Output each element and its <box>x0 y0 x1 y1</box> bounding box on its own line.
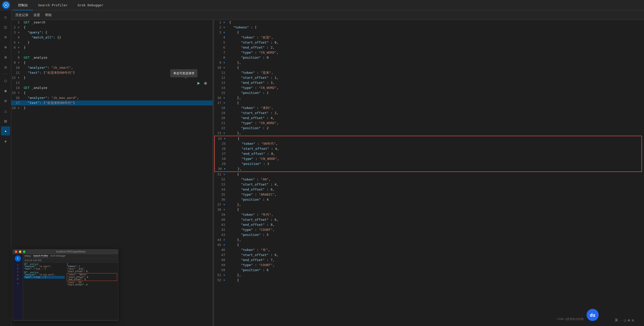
right-output-panel[interactable]: .red-block { border: 2px solid #e74c3c; … <box>214 20 644 326</box>
rline-6: 6 "end_offset" : 2, <box>214 45 644 50</box>
dev-tools-icon[interactable]: ✦ <box>1 126 10 135</box>
code-line-14: 14 GET _analyze <box>11 85 213 90</box>
code-line-13: 13 <box>11 80 213 85</box>
rline-12: 12 "start_offset" : 1, <box>214 75 644 80</box>
list2-icon[interactable]: ⊟ <box>632 318 634 322</box>
user-icon[interactable]: ◯ <box>1 76 10 85</box>
analytics-icon[interactable]: ◫ <box>1 22 10 31</box>
line-content-13 <box>23 80 213 85</box>
rline-34: 34 "end_offset" : 6, <box>214 187 644 192</box>
cluster-icon[interactable]: ◉ <box>1 86 10 95</box>
rline-33: 33 "start_offset" : 4, <box>214 182 644 187</box>
line-content-9: { <box>23 60 213 65</box>
code-line-9: 9 ▾ { <box>11 60 213 65</box>
code-line-7: 7 <box>11 50 213 55</box>
line-num-10: 10 <box>11 65 23 70</box>
line-content-16: "analyzer": "ik_max_word", <box>23 95 213 100</box>
line-num-7: 7 <box>11 50 23 55</box>
rline-27: 27 "end_offset" : 8, <box>215 151 641 156</box>
rline-21: 21 "type" : "CN_WORD", <box>214 121 644 126</box>
rline-14: 14 "type" : "CN_WORD", <box>214 85 644 90</box>
line-num-1: 1 <box>11 20 23 25</box>
red-border-section: 24 ▾ { 25 "token" : "90年代", 26 "start_of… <box>214 136 642 172</box>
line-content-2: { <box>23 25 213 30</box>
line-content-17: "text": ["欢迎来到90年代"] <box>23 100 213 105</box>
rline-29: 29 "position" : 3 <box>215 161 641 166</box>
rline-39: 39 "token" : "年代", <box>214 212 644 217</box>
top-bar: 控制台 Search Profiler Grok Debugger <box>0 0 644 10</box>
rline-11: 11 "token" : "迎来", <box>214 70 644 75</box>
action-buttons <box>195 80 209 86</box>
tab-grok-debugger[interactable]: Grok Debugger <box>73 0 108 10</box>
rline-41: 41 "end_offset" : 8, <box>214 222 644 227</box>
rline-36: 36 "position" : 4 <box>214 197 644 202</box>
grid-icon[interactable]: ⊞ <box>1 53 10 62</box>
rline-42: 42 "type" : "COUNT", <box>214 227 644 232</box>
rline-5: 5 "start_offset" : 0, <box>214 40 644 45</box>
apm-icon[interactable]: ◈ <box>1 136 10 146</box>
rline-15: 15 "position" : 1 <box>214 90 644 95</box>
tab-search-profiler[interactable]: Search Profiler <box>33 0 73 10</box>
rline-22: 22 "position" : 2 <box>214 126 644 131</box>
bottom-icons: 英 · □ ⊞ ⊟ <box>615 318 634 322</box>
rline-48: 48 "end_offset" : 7, <box>214 258 644 263</box>
code-line-4: 4 "match_all": {} <box>11 35 213 40</box>
rline-51: 51 ▾ }, <box>214 273 644 278</box>
svg-point-2 <box>205 83 206 84</box>
rline-19: 19 "start_offset" : 2, <box>214 111 644 116</box>
list-icon[interactable]: ⊟ <box>1 63 10 72</box>
line-content-4: "match_all": {} <box>23 35 213 40</box>
home-icon[interactable]: ⌂ <box>1 12 10 21</box>
watermark: CSDN @是墨欲动的猫 <box>557 317 584 321</box>
line-num-4: 4 <box>11 35 23 40</box>
thumbnail-preview: localhost:5601/app/kibana K ⌂ ◫ ≡ ⊕ ⊞ ✦ … <box>13 249 118 321</box>
baidu-logo: du <box>587 309 599 321</box>
rline-1: 1 ▾ { <box>214 20 644 25</box>
grid2-icon[interactable]: ⊞ <box>628 318 630 322</box>
run-button[interactable] <box>195 80 201 86</box>
line-num-9: 9 ▾ <box>11 60 23 65</box>
rline-23: 23 ▾ }, <box>214 131 644 136</box>
rline-37: 37 ▾ }, <box>214 202 644 207</box>
sidebar: ⌂ ◫ ≡ ⊕ ⊞ ⊟ ◯ ◉ ⚙ △ ▤ ✦ ◈ <box>0 10 11 326</box>
rline-47: 47 "start_offset" : 6, <box>214 252 644 258</box>
rline-10: 10 ▾ { <box>214 65 644 70</box>
settings-icon[interactable]: ⚙ <box>1 96 10 105</box>
tooltip: 单击可发送请求 <box>170 69 197 77</box>
subnav-settings[interactable]: 设置 <box>33 10 40 20</box>
code-line-3: 3 ▾ "query": { <box>11 30 213 35</box>
rline-43: 43 "position" : 5 <box>214 232 644 237</box>
rline-13: 13 "end_offset" : 3, <box>214 80 644 85</box>
rline-44: 44 ▾ }, <box>214 237 644 242</box>
line-num-6: 6 ▾ <box>11 45 23 50</box>
line-num-15: 15 ▾ <box>11 90 23 95</box>
line-num-14: 14 <box>11 85 23 90</box>
plus-icon[interactable]: ⊕ <box>1 43 10 52</box>
rline-20: 20 "end_offset" : 4, <box>214 116 644 121</box>
rline-38: 38 ▾ { <box>214 207 644 212</box>
window-icon[interactable]: □ <box>624 318 626 322</box>
line-content-14: GET _analyze <box>23 85 213 90</box>
alert-icon[interactable]: △ <box>1 106 10 115</box>
rline-28: 28 "type" : "CN_WORD", <box>215 156 641 161</box>
lang-icon[interactable]: 英 <box>615 318 618 322</box>
sidebar-divider <box>2 74 9 74</box>
rline-24: 24 ▾ { <box>215 136 641 141</box>
line-num-2: 2 ▾ <box>11 25 23 30</box>
line-num-18: 18 ▾ <box>11 105 23 111</box>
rline-46: 46 "token" : "年", <box>214 247 644 252</box>
line-content-8: GET _analyze <box>23 55 213 60</box>
wrench-button[interactable] <box>202 80 209 86</box>
rline-31: 31 ▾ { <box>214 172 644 177</box>
subnav-history[interactable]: 历史记录 <box>15 10 28 20</box>
code-line-2: 2 ▾ { <box>11 25 213 30</box>
code-line-8: 8 GET _analyze <box>11 55 213 60</box>
logs-icon[interactable]: ▤ <box>1 116 10 125</box>
index-icon[interactable]: ≡ <box>1 32 10 42</box>
tab-console[interactable]: 控制台 <box>13 0 33 10</box>
subnav-help[interactable]: 帮助 <box>45 10 52 20</box>
line-num-8: 8 <box>11 55 23 60</box>
rline-2: 2 ▾ "tokens" : [ <box>214 25 644 30</box>
rline-7: 7 "type" : "CN_WORD", <box>214 50 644 55</box>
rline-17: 17 ▾ { <box>214 100 644 105</box>
